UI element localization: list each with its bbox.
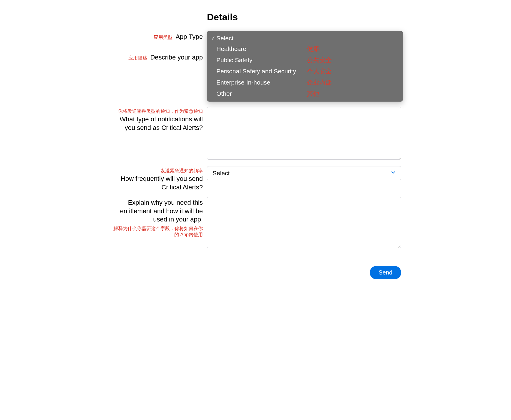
dropdown-option-annotation: 健康 <box>307 45 319 53</box>
row-explain: Explain why you need this entitlement an… <box>110 197 401 249</box>
row-notification-type: 你将发送哪种类型的通知，作为紧急通知 What type of notifica… <box>110 107 401 161</box>
explain-annotation: 解释为什么你需要这个字段，你将如何在你的 App内使用 <box>110 226 203 238</box>
notif-type-label: What type of notifications will you send… <box>110 115 203 132</box>
dropdown-option-select[interactable]: ✓ Select <box>207 33 403 43</box>
dropdown-option-label: Enterprise In-house <box>216 79 307 86</box>
dropdown-option-label: Personal Safety and Security <box>216 68 307 75</box>
dropdown-option-public-safety[interactable]: Public Safety 公共安全 <box>207 54 403 66</box>
describe-annotation: 应用描述 <box>128 55 147 60</box>
notif-type-annotation: 你将发送哪种类型的通知，作为紧急通知 <box>110 108 203 115</box>
dropdown-option-healthcare[interactable]: Healthcare 健康 <box>207 43 403 54</box>
row-app-type: 应用类型 App Type Select ✓ Select Healthcare… <box>110 31 401 45</box>
page-heading: Details <box>207 12 401 23</box>
dropdown-option-enterprise[interactable]: Enterprise In-house 企业内部 <box>207 77 403 88</box>
frequency-label: How frequently will you send Critical Al… <box>110 175 203 191</box>
frequency-select[interactable]: Select <box>207 166 401 180</box>
dropdown-option-annotation: 企业内部 <box>307 78 332 87</box>
frequency-annotation: 发送紧急通知的频率 <box>110 168 203 174</box>
send-row: Send <box>110 266 401 279</box>
dropdown-option-personal-safety[interactable]: Personal Safety and Security 个人安全 <box>207 66 403 77</box>
frequency-selected-value: Select <box>213 170 230 177</box>
dropdown-option-annotation: 其他 <box>307 90 319 98</box>
dropdown-option-other[interactable]: Other 其他 <box>207 88 403 99</box>
send-button[interactable]: Send <box>370 266 401 279</box>
dropdown-option-annotation: 个人安全 <box>307 67 332 75</box>
app-type-annotation: 应用类型 <box>154 35 172 40</box>
explain-label: Explain why you need this entitlement an… <box>110 199 203 224</box>
dropdown-option-label: Select <box>216 35 307 42</box>
dropdown-option-label: Other <box>216 90 307 97</box>
describe-label: Describe your app <box>150 54 203 61</box>
app-type-dropdown: ✓ Select Healthcare 健康 Public Safety 公共安… <box>207 31 403 102</box>
dropdown-option-label: Healthcare <box>216 45 307 52</box>
dropdown-option-label: Public Safety <box>216 57 307 64</box>
row-frequency: 发送紧急通知的频率 How frequently will you send C… <box>110 166 401 191</box>
explain-textarea[interactable] <box>207 197 401 248</box>
dropdown-option-annotation: 公共安全 <box>307 56 332 64</box>
check-icon: ✓ <box>210 35 216 42</box>
chevron-down-icon <box>390 170 396 177</box>
notif-type-textarea[interactable] <box>207 107 401 160</box>
app-type-label: App Type <box>175 33 203 40</box>
